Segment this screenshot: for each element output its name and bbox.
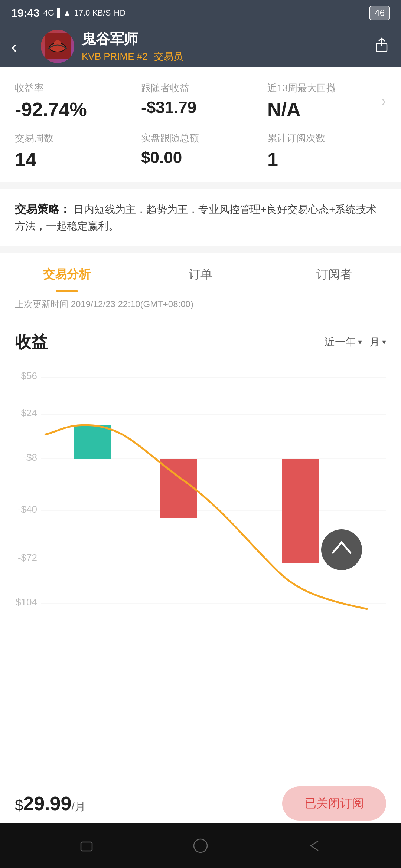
svg-point-18: [194, 839, 207, 852]
update-time: 上次更新时间 2019/12/23 22:10(GMT+08:00): [0, 292, 401, 316]
quality-badge: HD: [114, 8, 126, 18]
back-button-nav[interactable]: [301, 833, 327, 859]
avatar: [41, 30, 74, 63]
chart-svg: $56 $24 -$8 -$40 -$72 -$104: [15, 368, 386, 620]
price-value: 29.99: [23, 793, 71, 814]
trader-badge: 交易员: [154, 51, 183, 62]
svg-rect-17: [81, 842, 92, 851]
signal-icon: 4G▐: [43, 8, 60, 18]
bar-negative-2: [282, 459, 319, 563]
return-rate-label: 收益率: [15, 82, 134, 95]
price-unit: /月: [71, 800, 85, 812]
currency-symbol: $: [15, 797, 23, 813]
granularity-arrow-icon: ▾: [382, 337, 386, 347]
svg-text:-$104: -$104: [15, 596, 37, 608]
trader-name: 鬼谷军师: [82, 30, 366, 49]
trading-weeks-label: 交易周数: [15, 132, 134, 145]
total-follow-value: $0.00: [141, 148, 260, 167]
svg-text:-$8: -$8: [23, 452, 37, 463]
scroll-top-bg[interactable]: [321, 529, 362, 570]
strategy-text: 交易策略： 日内短线为主，趋势为王，专业风控管理+良好交易心态+系统技术方法，一…: [15, 200, 386, 235]
tabs-section: 交易分析 订单 订阅者: [0, 253, 401, 292]
return-rate-stat: 收益率 -92.74%: [15, 82, 134, 121]
chart-controls: 近一年 ▾ 月 ▾: [325, 335, 386, 349]
follower-return-label: 跟随者收益: [141, 82, 260, 95]
tab-subscribers[interactable]: 订阅者: [267, 253, 401, 292]
max-drawdown-stat: 近13周最大回撤 N/A ›: [267, 82, 386, 121]
granularity-filter[interactable]: 月 ▾: [369, 335, 386, 349]
home-button[interactable]: [74, 833, 100, 859]
bar-negative-1: [160, 459, 197, 518]
back-button[interactable]: ‹: [11, 36, 33, 57]
total-subscribe-label: 累计订阅次数: [267, 132, 386, 145]
bar-positive-1: [74, 425, 111, 459]
status-left: 19:43 4G▐ ▲ 17.0 KB/S HD: [11, 7, 125, 19]
stats-grid: 收益率 -92.74% 跟随者收益 -$31.79 近13周最大回撤 N/A ›…: [15, 82, 386, 171]
price-bar: $29.99/月 已关闭订阅: [0, 783, 401, 823]
total-subscribe-value: 1: [267, 148, 386, 171]
period-arrow-icon: ▾: [358, 337, 362, 347]
chart-container: $56 $24 -$8 -$40 -$72 -$104: [15, 368, 386, 620]
max-drawdown-label: 近13周最大回撤: [267, 82, 336, 95]
back-home-button[interactable]: [188, 833, 213, 859]
svg-text:$56: $56: [21, 370, 37, 381]
speed-text: 17.0 KB/S: [74, 8, 111, 18]
trading-weeks-value: 14: [15, 148, 134, 171]
share-button[interactable]: [374, 37, 390, 56]
svg-text:-$72: -$72: [18, 552, 37, 563]
trading-weeks-stat: 交易周数 14: [15, 132, 134, 171]
stats-section: 收益率 -92.74% 跟随者收益 -$31.79 近13周最大回撤 N/A ›…: [0, 67, 401, 182]
tab-orders[interactable]: 订单: [134, 253, 267, 292]
follower-return-value: -$31.79: [141, 98, 260, 117]
svg-text:-$40: -$40: [18, 504, 37, 515]
strategy-section: 交易策略： 日内短线为主，趋势为王，专业风控管理+良好交易心态+系统技术方法，一…: [0, 189, 401, 246]
status-icons: 4G▐ ▲ 17.0 KB/S HD: [43, 8, 126, 18]
follower-return-stat: 跟随者收益 -$31.79: [141, 82, 260, 121]
trader-info: 鬼谷军师 KVB PRIME #2 交易员: [82, 30, 366, 63]
trader-platform: KVB PRIME #2 交易员: [82, 50, 366, 63]
chart-section: 收益 近一年 ▾ 月 ▾ $56 $24 -$8 -$40 -$72 -$104: [0, 316, 401, 783]
wifi-icon: ▲: [63, 8, 71, 18]
max-drawdown-value: N/A: [267, 98, 336, 121]
status-bar: 19:43 4G▐ ▲ 17.0 KB/S HD 46: [0, 0, 401, 26]
total-subscribe-stat: 累计订阅次数 1: [267, 132, 386, 171]
subscribe-button[interactable]: 已关闭订阅: [282, 786, 386, 821]
chart-header: 收益 近一年 ▾ 月 ▾: [15, 331, 386, 353]
price-display: $29.99/月: [15, 792, 86, 815]
stats-arrow-button[interactable]: ›: [381, 93, 386, 109]
chart-title: 收益: [15, 331, 48, 353]
return-rate-value: -92.74%: [15, 98, 134, 121]
tabs-row: 交易分析 订单 订阅者: [0, 253, 401, 292]
total-follow-label: 实盘跟随总额: [141, 132, 260, 145]
status-time: 19:43: [11, 7, 40, 19]
svg-point-3: [54, 40, 61, 47]
nav-bar: ‹ 鬼谷军师 KVB PRIME #2 交易员: [0, 26, 401, 67]
total-follow-stat: 实盘跟随总额 $0.00: [141, 132, 260, 171]
svg-text:$24: $24: [21, 407, 37, 418]
tab-analysis[interactable]: 交易分析: [0, 253, 134, 292]
period-filter[interactable]: 近一年 ▾: [325, 335, 362, 349]
bottom-nav: [0, 823, 401, 868]
battery-indicator: 46: [369, 6, 390, 20]
strategy-label: 交易策略：: [15, 203, 71, 215]
